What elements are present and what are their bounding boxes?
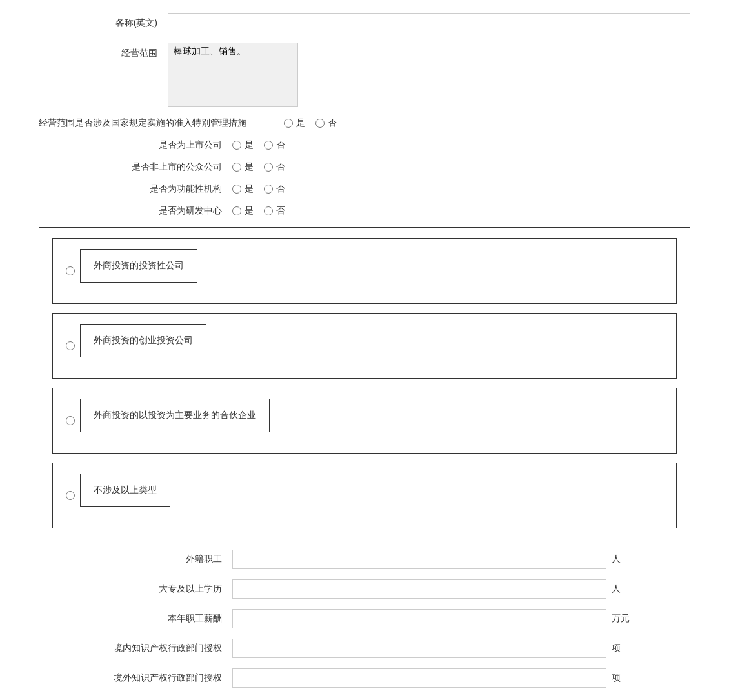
venture-invest-radio[interactable] — [66, 341, 75, 350]
domestic-ip-label: 境内知识产权行政部门授权 — [39, 643, 232, 654]
listed-company-radio-group: 是 否 — [232, 139, 285, 151]
foreign-staff-input[interactable] — [232, 550, 606, 569]
salary-row: 本年职工薪酬 万元 — [39, 609, 690, 628]
invest-company-radio[interactable] — [66, 266, 75, 275]
functional-yes-radio[interactable] — [232, 185, 241, 194]
domestic-ip-row: 境内知识产权行政部门授权 项 — [39, 639, 690, 658]
venture-invest-option[interactable]: 外商投资的创业投资公司 — [52, 313, 677, 379]
invest-company-option[interactable]: 外商投资的投资性公司 — [52, 238, 677, 304]
business-scope-textarea[interactable]: 棒球加工、销售。 — [168, 43, 298, 107]
main-business-radio[interactable] — [66, 416, 75, 425]
foreign-ip-label: 境外知识产权行政部门授权 — [39, 672, 232, 684]
listed-no-label: 否 — [276, 139, 285, 151]
non-listed-no-radio[interactable] — [264, 163, 273, 172]
investment-type-box: 外商投资的投资性公司 外商投资的创业投资公司 外商投资的以投资为主要业务的合伙企… — [39, 227, 690, 539]
non-listed-yes-radio[interactable] — [232, 163, 241, 172]
listed-yes-item[interactable]: 是 — [232, 139, 254, 151]
form-section: 各称(英文) 经营范围 棒球加工、销售。 经营范围是否涉及国家规定实施的准入特别… — [39, 13, 690, 700]
special-management-yes-item[interactable]: 是 — [284, 117, 305, 129]
functional-yes-label: 是 — [245, 183, 254, 195]
listed-no-radio[interactable] — [264, 141, 273, 150]
rd-yes-radio[interactable] — [232, 206, 241, 215]
special-management-row: 经营范围是否涉及国家规定实施的准入特别管理措施 是 否 — [39, 117, 690, 129]
listed-company-row: 是否为上市公司 是 否 — [39, 139, 690, 151]
non-listed-public-row: 是否非上市的公众公司 是 否 — [39, 161, 690, 173]
business-scope-row: 经营范围 棒球加工、销售。 — [39, 43, 690, 107]
college-above-row: 大专及以上学历 人 — [39, 579, 690, 599]
functional-org-label: 是否为功能性机构 — [39, 183, 232, 195]
non-listed-no-label: 否 — [276, 161, 285, 173]
functional-org-radio-group: 是 否 — [232, 183, 285, 195]
rd-no-radio[interactable] — [264, 206, 273, 215]
non-listed-yes-item[interactable]: 是 — [232, 161, 254, 173]
rd-no-item[interactable]: 否 — [264, 205, 285, 217]
listed-company-label: 是否为上市公司 — [39, 139, 232, 151]
foreign-staff-row: 外籍职工 人 — [39, 550, 690, 569]
salary-input[interactable] — [232, 609, 606, 628]
special-management-no-item[interactable]: 否 — [315, 117, 337, 129]
salary-unit: 万元 — [606, 613, 630, 625]
special-management-no-radio[interactable] — [315, 119, 325, 128]
business-scope-wrapper: 棒球加工、销售。 — [168, 43, 690, 107]
non-listed-public-label: 是否非上市的公众公司 — [39, 161, 232, 173]
college-above-label: 大专及以上学历 — [39, 583, 232, 595]
name-en-label: 各称(英文) — [39, 16, 168, 30]
rd-yes-item[interactable]: 是 — [232, 205, 254, 217]
rd-center-row: 是否为研发中心 是 否 — [39, 205, 690, 217]
non-listed-yes-label: 是 — [245, 161, 254, 173]
domestic-ip-input[interactable] — [232, 639, 606, 658]
rd-center-radio-group: 是 否 — [232, 205, 285, 217]
rd-no-label: 否 — [276, 205, 285, 217]
foreign-ip-unit: 项 — [606, 672, 630, 684]
functional-no-radio[interactable] — [264, 185, 273, 194]
functional-yes-item[interactable]: 是 — [232, 183, 254, 195]
foreign-ip-input[interactable] — [232, 668, 606, 688]
domestic-ip-unit: 项 — [606, 643, 630, 654]
listed-yes-label: 是 — [245, 139, 254, 151]
special-management-no-label: 否 — [328, 117, 337, 129]
college-above-input[interactable] — [232, 579, 606, 599]
business-scope-label: 经营范围 — [39, 43, 168, 60]
functional-no-label: 否 — [276, 183, 285, 195]
special-management-label: 经营范围是否涉及国家规定实施的准入特别管理措施 — [39, 117, 284, 129]
special-management-radio-group: 是 否 — [284, 117, 337, 129]
foreign-ip-row: 境外知识产权行政部门授权 项 — [39, 668, 690, 688]
invest-company-label: 外商投资的投资性公司 — [80, 249, 197, 283]
special-management-yes-radio[interactable] — [284, 119, 293, 128]
venture-invest-label: 外商投资的创业投资公司 — [80, 324, 206, 357]
not-involved-option[interactable]: 不涉及以上类型 — [52, 463, 677, 528]
main-business-label: 外商投资的以投资为主要业务的合伙企业 — [80, 399, 270, 432]
listed-no-item[interactable]: 否 — [264, 139, 285, 151]
non-listed-public-radio-group: 是 否 — [232, 161, 285, 173]
not-involved-label: 不涉及以上类型 — [80, 474, 170, 507]
foreign-staff-label: 外籍职工 — [39, 554, 232, 565]
functional-no-item[interactable]: 否 — [264, 183, 285, 195]
listed-yes-radio[interactable] — [232, 141, 241, 150]
college-above-unit: 人 — [606, 583, 630, 595]
rd-yes-label: 是 — [245, 205, 254, 217]
functional-org-row: 是否为功能性机构 是 否 — [39, 183, 690, 195]
rd-center-label: 是否为研发中心 — [39, 205, 232, 217]
name-en-row: 各称(英文) — [39, 13, 690, 32]
special-management-yes-label: 是 — [296, 117, 305, 129]
salary-label: 本年职工薪酬 — [39, 613, 232, 625]
main-business-option[interactable]: 外商投资的以投资为主要业务的合伙企业 — [52, 388, 677, 454]
name-en-input[interactable] — [168, 13, 690, 32]
foreign-staff-unit: 人 — [606, 554, 630, 565]
not-involved-radio[interactable] — [66, 491, 75, 500]
non-listed-no-item[interactable]: 否 — [264, 161, 285, 173]
